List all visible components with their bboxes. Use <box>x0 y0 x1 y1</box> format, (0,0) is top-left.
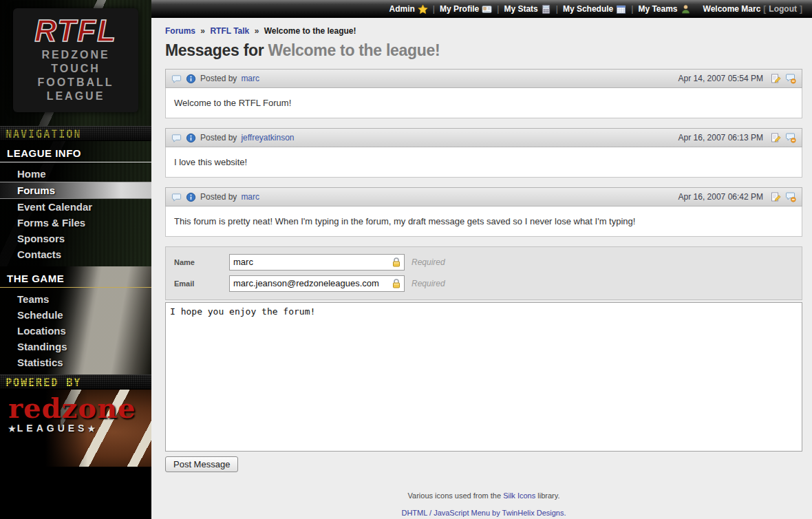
breadcrumb-separator: » <box>255 26 259 36</box>
sidebar-item-event-calendar[interactable]: Event Calendar <box>0 199 151 215</box>
topbar-my-stats-link[interactable]: My Stats <box>502 4 552 14</box>
message-header: Posted by jeffreyatkinson Apr 16, 2007 0… <box>165 128 802 147</box>
info-icon[interactable] <box>186 133 196 143</box>
sidebar-item-forms-files[interactable]: Forms & Files <box>0 215 151 231</box>
footer-credit-prefix: Various icons used from the <box>408 491 504 500</box>
redzone-logo-subtitle: ★LEAGUES★ <box>8 423 136 434</box>
rtfl-logo-title: RTFL <box>13 14 138 48</box>
forum-message: Posted by marc Apr 14, 2007 05:54 PM Wel… <box>165 69 802 118</box>
redzone-logo-text: redzone ★LEAGUES★ <box>8 394 136 434</box>
rtfl-logo[interactable]: RTFL REDZONE TOUCH FOOTBALL LEAGUE <box>13 8 138 112</box>
logout-bracket: ] <box>800 4 802 14</box>
topbar-my-stats-label: My Stats <box>504 4 537 14</box>
twinhelix-link[interactable]: DHTML / JavaScript Menu by TwinHelix Des… <box>401 509 566 517</box>
sidebar-item-statistics[interactable]: Statistics <box>0 354 151 370</box>
comment-delete-icon[interactable] <box>785 73 796 84</box>
posted-by-label: Posted by <box>200 192 237 202</box>
vcard-icon <box>482 4 492 14</box>
topbar: Admin | My Profile | My Stats | My Sched… <box>151 0 812 18</box>
info-icon[interactable] <box>186 192 196 202</box>
email-required-hint: Required <box>412 279 445 288</box>
edit-pencil-icon[interactable] <box>770 73 781 84</box>
breadcrumb-current: Welcome to the league! <box>264 26 356 36</box>
name-label: Name <box>174 258 229 266</box>
button-row: Post Message <box>165 456 802 472</box>
comment-delete-icon[interactable] <box>785 132 796 143</box>
sidebar-item-sponsors[interactable]: Sponsors <box>0 231 151 246</box>
topbar-admin-link[interactable]: Admin <box>387 4 429 14</box>
author-link[interactable]: marc <box>241 74 259 83</box>
topbar-separator: | <box>631 4 633 14</box>
topbar-my-schedule-link[interactable]: My Schedule <box>562 4 628 14</box>
logout-link[interactable]: Logout <box>769 4 797 14</box>
sidebar-item-standings[interactable]: Standings <box>0 339 151 354</box>
topbar-admin-label: Admin <box>389 4 414 14</box>
footer-credit-menu: DHTML / JavaScript Menu by TwinHelix Des… <box>165 509 802 517</box>
author-link[interactable]: marc <box>241 192 259 202</box>
edit-pencil-icon[interactable] <box>770 132 781 143</box>
sidebar-item-teams[interactable]: Teams <box>0 291 151 307</box>
posted-by-label: Posted by <box>200 74 237 83</box>
the-game-heading: THE GAME <box>0 266 151 288</box>
the-game-section: THE GAME Teams Schedule Locations Standi… <box>0 266 151 374</box>
topbar-my-schedule-label: My Schedule <box>563 4 613 14</box>
message-date: Apr 14, 2007 05:54 PM <box>679 74 763 83</box>
message-body: I love this website! <box>165 147 802 178</box>
sidebar-item-contacts[interactable]: Contacts <box>0 246 151 262</box>
email-field[interactable] <box>229 275 405 292</box>
rtfl-logo-line: FOOTBALL <box>13 76 138 89</box>
sidebar-item-locations[interactable]: Locations <box>0 323 151 339</box>
email-input-wrap <box>229 275 405 292</box>
rtfl-logo-line: REDZONE <box>13 48 138 62</box>
message-date: Apr 16, 2007 06:42 PM <box>679 192 763 202</box>
user-icon <box>681 4 691 14</box>
silk-icons-link[interactable]: Silk Icons <box>503 491 535 500</box>
comment-delete-icon[interactable] <box>785 191 796 202</box>
author-link[interactable]: jeffreyatkinson <box>241 133 294 142</box>
name-field[interactable] <box>229 254 405 271</box>
page-title-prefix: Messages for <box>165 41 264 59</box>
info-icon[interactable] <box>186 74 196 84</box>
redzone-leagues-word: LEAGUES <box>17 423 88 434</box>
topbar-my-profile-link[interactable]: My Profile <box>438 4 493 14</box>
sidebar: RTFL REDZONE TOUCH FOOTBALL LEAGUE NAVIG… <box>0 0 151 519</box>
topbar-my-teams-link[interactable]: My Teams <box>637 4 692 14</box>
rtfl-logo-line: TOUCH <box>13 62 138 76</box>
breadcrumb-forums-link[interactable]: Forums <box>165 26 195 36</box>
sidebar-item-home[interactable]: Home <box>0 166 151 182</box>
message-textarea[interactable]: I hope you enjoy the forum! <box>165 302 802 452</box>
footer-credit-suffix: library. <box>535 491 559 500</box>
footer-credit-icons: Various icons used from the Silk Icons l… <box>165 491 802 500</box>
sidebar-item-schedule[interactable]: Schedule <box>0 307 151 323</box>
sidebar-filler <box>0 467 151 519</box>
topbar-my-profile-label: My Profile <box>440 4 479 14</box>
message-header: Posted by marc Apr 16, 2007 06:42 PM <box>165 187 802 206</box>
name-row: Name Required <box>166 251 802 273</box>
breadcrumb-rtfl-talk-link[interactable]: RTFL Talk <box>210 26 249 36</box>
edit-pencil-icon[interactable] <box>770 191 781 202</box>
forum-message: Posted by marc Apr 16, 2007 06:42 PM Thi… <box>165 187 802 237</box>
rtfl-logo-line: LEAGUE <box>13 89 138 103</box>
star-glyph: ★ <box>87 424 96 434</box>
topbar-separator: | <box>556 4 558 14</box>
welcome-text: Welcome Marc <box>703 4 761 14</box>
page-title-topic: Welcome to the league! <box>268 41 440 59</box>
calendar-icon <box>616 4 626 14</box>
logout-bracket: [ <box>763 4 766 14</box>
redzone-leagues-logo[interactable]: redzone ★LEAGUES★ <box>0 390 151 467</box>
lock-icon <box>391 278 402 289</box>
comment-icon <box>171 133 182 143</box>
lock-icon <box>391 257 402 268</box>
powered-by-led-banner: POWERED BY <box>0 374 151 390</box>
email-label: Email <box>174 279 229 288</box>
email-row: Email Required <box>166 273 802 294</box>
message-header: Posted by marc Apr 14, 2007 05:54 PM <box>165 69 802 88</box>
name-required-hint: Required <box>412 257 445 267</box>
message-date: Apr 16, 2007 06:13 PM <box>679 133 763 142</box>
message-body: This forum is pretty neat! When I'm typi… <box>165 206 802 237</box>
post-message-button[interactable]: Post Message <box>165 456 238 472</box>
footer: Various icons used from the Silk Icons l… <box>165 491 802 517</box>
league-logo-area: RTFL REDZONE TOUCH FOOTBALL LEAGUE <box>0 0 151 126</box>
breadcrumb-separator: » <box>200 26 205 36</box>
sidebar-item-forums[interactable]: Forums <box>0 182 151 199</box>
